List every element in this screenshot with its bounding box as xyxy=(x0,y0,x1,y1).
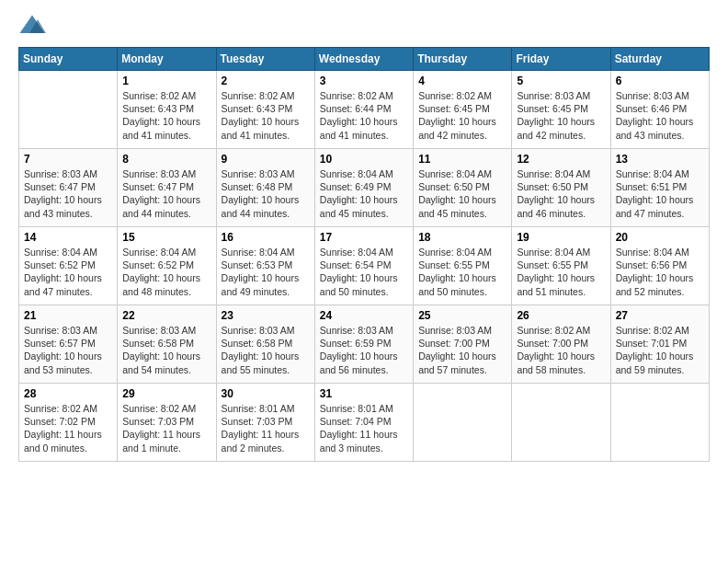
calendar-week-row: 14Sunrise: 8:04 AMSunset: 6:52 PMDayligh… xyxy=(19,227,710,305)
calendar-cell: 20Sunrise: 8:04 AMSunset: 6:56 PMDayligh… xyxy=(610,227,709,305)
day-number: 25 xyxy=(418,309,506,322)
day-number: 21 xyxy=(24,309,112,322)
calendar-cell xyxy=(414,384,512,462)
calendar-cell: 30Sunrise: 8:01 AMSunset: 7:03 PMDayligh… xyxy=(216,384,314,462)
day-number: 11 xyxy=(418,153,506,166)
calendar-cell: 21Sunrise: 8:03 AMSunset: 6:57 PMDayligh… xyxy=(19,305,118,384)
day-info: Sunrise: 8:02 AMSunset: 6:43 PMDaylight:… xyxy=(222,89,310,142)
day-number: 12 xyxy=(517,153,605,166)
day-info: Sunrise: 8:03 AMSunset: 7:00 PMDaylight:… xyxy=(418,324,506,376)
calendar-header-row: SundayMondayTuesdayWednesdayThursdayFrid… xyxy=(19,48,710,71)
day-info: Sunrise: 8:02 AMSunset: 6:45 PMDaylight:… xyxy=(418,89,506,142)
calendar-cell: 26Sunrise: 8:02 AMSunset: 7:00 PMDayligh… xyxy=(512,305,610,384)
day-number: 10 xyxy=(320,153,408,166)
day-number: 13 xyxy=(616,153,704,166)
day-info: Sunrise: 8:04 AMSunset: 6:51 PMDaylight:… xyxy=(616,167,704,220)
calendar-cell: 19Sunrise: 8:04 AMSunset: 6:55 PMDayligh… xyxy=(512,227,610,305)
calendar-week-row: 1Sunrise: 8:02 AMSunset: 6:43 PMDaylight… xyxy=(19,71,710,149)
day-info: Sunrise: 8:03 AMSunset: 6:47 PMDaylight:… xyxy=(122,167,210,220)
calendar-cell: 28Sunrise: 8:02 AMSunset: 7:02 PMDayligh… xyxy=(19,384,118,462)
day-info: Sunrise: 8:01 AMSunset: 7:03 PMDaylight:… xyxy=(222,402,310,454)
day-number: 2 xyxy=(222,75,310,87)
day-info: Sunrise: 8:04 AMSunset: 6:49 PMDaylight:… xyxy=(320,167,408,220)
day-info: Sunrise: 8:02 AMSunset: 7:02 PMDaylight:… xyxy=(24,402,112,454)
calendar-cell: 14Sunrise: 8:04 AMSunset: 6:52 PMDayligh… xyxy=(19,227,118,305)
day-info: Sunrise: 8:04 AMSunset: 6:52 PMDaylight:… xyxy=(24,246,112,298)
day-number: 3 xyxy=(320,75,408,87)
day-number: 16 xyxy=(222,231,310,244)
calendar-cell: 11Sunrise: 8:04 AMSunset: 6:50 PMDayligh… xyxy=(414,149,512,227)
calendar: SundayMondayTuesdayWednesdayThursdayFrid… xyxy=(18,47,710,462)
day-info: Sunrise: 8:03 AMSunset: 6:48 PMDaylight:… xyxy=(222,167,310,220)
day-info: Sunrise: 8:02 AMSunset: 6:43 PMDaylight:… xyxy=(122,89,210,142)
day-info: Sunrise: 8:04 AMSunset: 6:54 PMDaylight:… xyxy=(320,246,408,298)
day-info: Sunrise: 8:03 AMSunset: 6:58 PMDaylight:… xyxy=(222,324,310,376)
calendar-week-row: 21Sunrise: 8:03 AMSunset: 6:57 PMDayligh… xyxy=(19,305,710,384)
day-info: Sunrise: 8:04 AMSunset: 6:50 PMDaylight:… xyxy=(517,167,605,220)
day-info: Sunrise: 8:02 AMSunset: 7:03 PMDaylight:… xyxy=(122,402,210,454)
day-info: Sunrise: 8:02 AMSunset: 7:00 PMDaylight:… xyxy=(517,324,605,376)
day-info: Sunrise: 8:02 AMSunset: 6:44 PMDaylight:… xyxy=(320,89,408,142)
day-info: Sunrise: 8:03 AMSunset: 6:57 PMDaylight:… xyxy=(24,324,112,376)
day-number: 19 xyxy=(517,231,605,244)
day-number: 29 xyxy=(122,387,210,400)
calendar-cell: 31Sunrise: 8:01 AMSunset: 7:04 PMDayligh… xyxy=(314,384,413,462)
day-number: 30 xyxy=(222,387,310,400)
calendar-cell: 1Sunrise: 8:02 AMSunset: 6:43 PMDaylight… xyxy=(118,71,216,149)
calendar-cell: 17Sunrise: 8:04 AMSunset: 6:54 PMDayligh… xyxy=(314,227,413,305)
day-number: 6 xyxy=(616,75,704,87)
calendar-cell: 27Sunrise: 8:02 AMSunset: 7:01 PMDayligh… xyxy=(610,305,709,384)
calendar-cell: 16Sunrise: 8:04 AMSunset: 6:53 PMDayligh… xyxy=(216,227,314,305)
day-info: Sunrise: 8:04 AMSunset: 6:52 PMDaylight:… xyxy=(122,246,210,298)
calendar-cell: 9Sunrise: 8:03 AMSunset: 6:48 PMDaylight… xyxy=(216,149,314,227)
weekday-header: Thursday xyxy=(414,48,512,71)
calendar-cell: 3Sunrise: 8:02 AMSunset: 6:44 PMDaylight… xyxy=(314,71,413,149)
day-number: 22 xyxy=(122,309,210,322)
day-number: 17 xyxy=(320,231,408,244)
day-info: Sunrise: 8:04 AMSunset: 6:55 PMDaylight:… xyxy=(517,246,605,298)
day-info: Sunrise: 8:04 AMSunset: 6:55 PMDaylight:… xyxy=(418,246,506,298)
calendar-cell xyxy=(610,384,709,462)
day-number: 26 xyxy=(517,309,605,322)
day-info: Sunrise: 8:03 AMSunset: 6:45 PMDaylight:… xyxy=(517,89,605,142)
day-number: 27 xyxy=(616,309,704,322)
day-number: 15 xyxy=(122,231,210,244)
day-number: 14 xyxy=(24,231,112,244)
day-number: 18 xyxy=(418,231,506,244)
day-info: Sunrise: 8:03 AMSunset: 6:58 PMDaylight:… xyxy=(122,324,210,376)
day-number: 9 xyxy=(222,153,310,166)
day-number: 1 xyxy=(122,75,210,87)
weekday-header: Tuesday xyxy=(216,48,314,71)
calendar-cell: 6Sunrise: 8:03 AMSunset: 6:46 PMDaylight… xyxy=(610,71,709,149)
day-info: Sunrise: 8:03 AMSunset: 6:46 PMDaylight:… xyxy=(616,89,704,142)
calendar-cell: 13Sunrise: 8:04 AMSunset: 6:51 PMDayligh… xyxy=(610,149,709,227)
page: SundayMondayTuesdayWednesdayThursdayFrid… xyxy=(0,0,728,563)
day-number: 23 xyxy=(222,309,310,322)
weekday-header: Sunday xyxy=(19,48,118,71)
calendar-cell: 7Sunrise: 8:03 AMSunset: 6:47 PMDaylight… xyxy=(19,149,118,227)
calendar-cell: 18Sunrise: 8:04 AMSunset: 6:55 PMDayligh… xyxy=(414,227,512,305)
calendar-cell: 24Sunrise: 8:03 AMSunset: 6:59 PMDayligh… xyxy=(314,305,413,384)
day-number: 24 xyxy=(320,309,408,322)
day-info: Sunrise: 8:04 AMSunset: 6:56 PMDaylight:… xyxy=(616,246,704,298)
weekday-header: Wednesday xyxy=(314,48,413,71)
calendar-cell xyxy=(512,384,610,462)
calendar-cell: 25Sunrise: 8:03 AMSunset: 7:00 PMDayligh… xyxy=(414,305,512,384)
day-info: Sunrise: 8:03 AMSunset: 6:59 PMDaylight:… xyxy=(320,324,408,376)
day-info: Sunrise: 8:04 AMSunset: 6:50 PMDaylight:… xyxy=(418,167,506,220)
day-number: 31 xyxy=(320,387,408,400)
calendar-cell: 22Sunrise: 8:03 AMSunset: 6:58 PMDayligh… xyxy=(118,305,216,384)
calendar-cell: 5Sunrise: 8:03 AMSunset: 6:45 PMDaylight… xyxy=(512,71,610,149)
calendar-cell: 23Sunrise: 8:03 AMSunset: 6:58 PMDayligh… xyxy=(216,305,314,384)
day-number: 28 xyxy=(24,387,112,400)
day-number: 8 xyxy=(122,153,210,166)
calendar-week-row: 28Sunrise: 8:02 AMSunset: 7:02 PMDayligh… xyxy=(19,384,710,462)
day-number: 7 xyxy=(24,153,112,166)
logo xyxy=(18,14,50,36)
calendar-cell: 15Sunrise: 8:04 AMSunset: 6:52 PMDayligh… xyxy=(118,227,216,305)
day-number: 5 xyxy=(517,75,605,87)
calendar-week-row: 7Sunrise: 8:03 AMSunset: 6:47 PMDaylight… xyxy=(19,149,710,227)
weekday-header: Friday xyxy=(512,48,610,71)
calendar-cell: 8Sunrise: 8:03 AMSunset: 6:47 PMDaylight… xyxy=(118,149,216,227)
logo-icon xyxy=(18,14,46,36)
